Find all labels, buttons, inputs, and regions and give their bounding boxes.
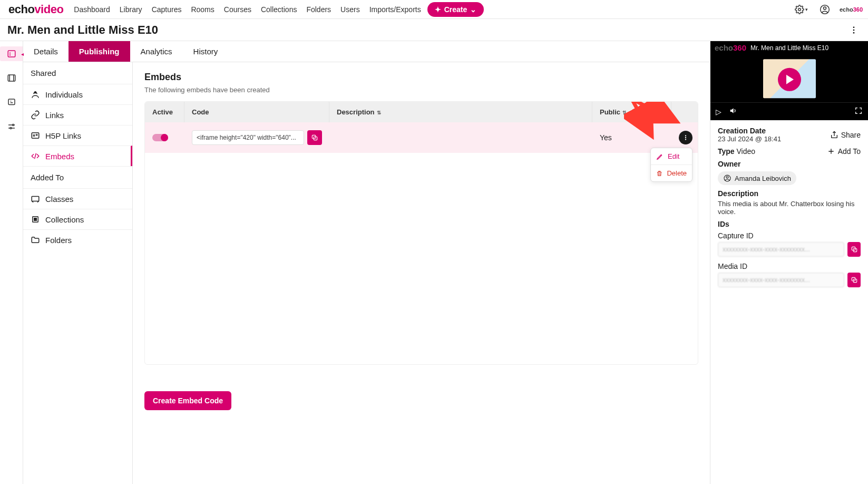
copy-capture-id-button[interactable] [847,242,861,257]
create-button[interactable]: ✦ Create ⌄ [427,2,484,17]
user-profile-button[interactable] [817,2,832,17]
rail-media-info[interactable] [0,46,23,61]
svg-point-6 [9,52,10,53]
copy-media-id-button[interactable] [847,273,861,287]
share-button[interactable]: Share [830,131,861,139]
main-column: Details Publishing Analytics History Sha… [23,41,710,484]
video-player[interactable]: echo360 Mr. Men and Little Miss E10 ▷ [710,41,868,120]
owner-chip[interactable]: Amanda Leibovich [718,171,796,185]
fullscreen-icon[interactable] [854,107,863,117]
play-button[interactable] [778,68,801,91]
rail-transcript[interactable] [4,95,19,110]
inspector-body: Creation Date 23 Jul 2024 @ 18:41 Share … [710,120,868,299]
rail-media-clip[interactable] [4,71,19,85]
plus-icon [827,147,835,156]
content-subtitle: The following embeds have been created [144,86,698,94]
col-code[interactable]: Code [184,102,329,122]
type-value: Video [737,147,756,156]
sidebar-item-label: Individuals [45,90,83,99]
chevron-down-icon: ▾ [805,7,808,12]
sidebar-item-collections[interactable]: Collections [23,209,132,229]
active-toggle[interactable] [152,134,168,141]
svg-point-1 [823,7,826,9]
svg-point-19 [685,137,686,138]
tab-history[interactable]: History [183,41,229,62]
h5p-icon [31,131,40,140]
capture-id-input[interactable] [718,242,844,257]
sidebar-item-individuals[interactable]: Individuals [23,84,132,104]
sort-icon: ⇅ [377,110,381,115]
sidebar-item-label: Folders [45,236,72,245]
nav-folders[interactable]: Folders [306,5,331,14]
code-icon [31,151,40,161]
sidebar-item-classes[interactable]: Classes [23,188,132,209]
col-description[interactable]: Description⇅ [329,102,592,122]
dropdown-edit[interactable]: Edit [651,148,692,165]
sidebar-item-links[interactable]: Links [23,104,132,125]
pencil-icon [656,153,664,160]
nav-collections[interactable]: Collections [261,5,297,14]
nav-captures[interactable]: Captures [152,5,182,14]
tab-details[interactable]: Details [23,41,69,62]
row-actions-button[interactable]: Edit Delete [679,131,693,144]
embed-code-box [192,130,322,145]
capture-id-label: Capture ID [718,231,861,240]
media-id-label: Media ID [718,262,861,270]
nav-users[interactable]: Users [340,5,360,14]
row-public: Yes [592,128,671,147]
create-embed-button[interactable]: Create Embed Code [144,391,231,410]
tab-analytics[interactable]: Analytics [130,41,183,62]
nav-imports-exports[interactable]: Imports/Exports [369,5,421,14]
top-nav: echovideo Dashboard Library Captures Roo… [0,0,868,19]
film-icon [7,73,16,83]
sidebar-item-folders[interactable]: Folders [23,229,132,250]
sidebar-item-embeds[interactable]: Embeds [23,146,132,166]
side-menu: Shared Individuals Links H5P Links Embed… [23,62,133,484]
link-icon [31,110,40,120]
page-more-button[interactable] [847,23,861,37]
magic-wand-icon: ✦ [435,5,441,14]
table-header: Active Code Description⇅ Public⇅ [145,102,698,122]
sliders-icon [7,122,16,131]
copy-code-button[interactable] [307,130,322,145]
create-label: Create [444,5,467,14]
transcript-icon [7,98,16,107]
brand-part1: echo [8,3,34,16]
tab-publishing[interactable]: Publishing [69,41,130,62]
nav-courses[interactable]: Courses [224,5,251,14]
brand-logo[interactable]: echovideo [5,3,70,16]
row-actions-dropdown: Edit Delete [650,148,693,182]
copy-icon [851,246,858,253]
table-row: Yes Edit [145,122,698,153]
svg-point-9 [12,124,14,126]
svg-point-10 [10,128,12,129]
left-rail [0,41,23,484]
nav-library[interactable]: Library [120,5,142,14]
nav-dashboard[interactable]: Dashboard [74,5,110,14]
row-description [329,132,592,143]
description-label: Description [718,189,861,198]
embed-code-input[interactable] [192,130,304,145]
settings-gear-button[interactable]: ▾ [793,3,810,16]
owner-label: Owner [718,160,861,168]
dropdown-delete[interactable]: Delete [651,165,692,181]
sort-icon: ⇅ [622,110,627,115]
echo360-small-logo[interactable]: echo360 [840,6,863,13]
type-label: Type [718,147,735,156]
play-icon[interactable]: ▷ [716,108,721,116]
player-title: Mr. Men and Little Miss E10 [750,44,828,52]
col-active[interactable]: Active [145,102,184,122]
player-brand: echo360 [715,43,746,52]
nav-rooms[interactable]: Rooms [191,5,214,14]
inspector-panel: echo360 Mr. Men and Little Miss E10 ▷ Cr… [710,41,868,484]
copy-icon [311,134,318,141]
volume-icon[interactable] [729,107,737,117]
side-group-shared: Shared [23,62,132,84]
sidebar-item-h5p-links[interactable]: H5P Links [23,125,132,146]
svg-rect-12 [32,133,39,139]
col-public[interactable]: Public⇅ [592,102,671,122]
media-id-input[interactable] [718,273,844,287]
rail-settings[interactable] [4,119,19,134]
add-to-button[interactable]: Add To [827,147,861,156]
ids-label: IDs [718,220,861,228]
